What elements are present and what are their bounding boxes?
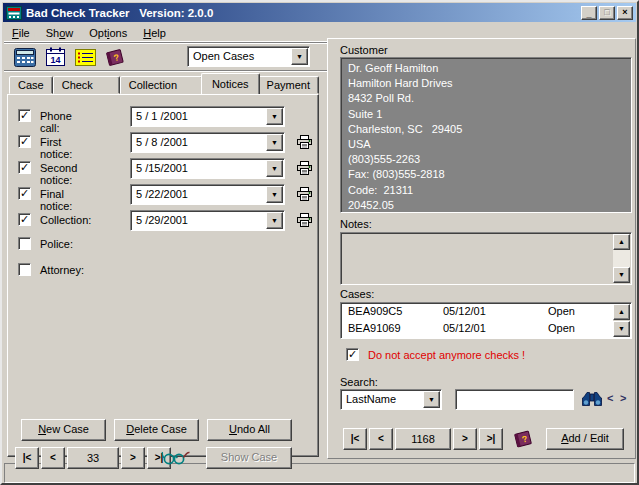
svg-text:14: 14 xyxy=(50,55,60,65)
collection-checkbox[interactable]: ✓ xyxy=(18,213,31,226)
second-notice-date-combobox[interactable]: 5 /15/2001▼ xyxy=(130,158,285,179)
customer-line: USA xyxy=(348,137,624,152)
notes-scrollbar[interactable]: ▲ ▼ xyxy=(613,234,630,283)
case-tab-control: Case Check Info Collection Info Notices … xyxy=(7,73,319,457)
tab-strip: Case Check Info Collection Info Notices … xyxy=(7,73,319,94)
first-customer-button[interactable]: |< xyxy=(343,428,367,450)
search-input[interactable] xyxy=(455,389,574,410)
chevron-down-icon[interactable]: ▼ xyxy=(266,186,283,203)
notes-label: Notes: xyxy=(340,218,372,230)
delete-case-button[interactable]: Delete Case xyxy=(114,419,199,441)
prev-record-button[interactable]: < xyxy=(41,447,65,469)
scroll-up-icon[interactable]: ▲ xyxy=(613,304,630,320)
police-label: Police: xyxy=(40,238,73,250)
printer-icon[interactable] xyxy=(296,186,313,204)
first-notice-checkbox[interactable]: ✓ xyxy=(18,135,31,148)
maximize-button: □ xyxy=(599,6,615,20)
customer-line: Fax: (803)555-2818 xyxy=(348,167,624,182)
notes-box[interactable]: ▲ ▼ xyxy=(340,232,632,285)
scroll-down-icon[interactable]: ▼ xyxy=(613,267,630,283)
chevron-down-icon[interactable]: ▼ xyxy=(266,212,283,229)
notes-icon[interactable] xyxy=(72,45,98,69)
case-status: Open xyxy=(548,305,575,317)
chevron-down-icon[interactable]: ▼ xyxy=(291,48,308,65)
customer-line: Hamilton Hard Drives xyxy=(348,76,624,91)
menu-options[interactable]: Options xyxy=(81,25,135,41)
cases-scrollbar[interactable]: ▲ ▼ xyxy=(613,304,630,337)
close-button[interactable]: × xyxy=(617,6,633,20)
second-notice-checkbox[interactable]: ✓ xyxy=(18,161,31,174)
search-row: LastName ▼ < > xyxy=(328,389,635,411)
case-filter-value: Open Cases xyxy=(193,50,254,62)
title-bar: Bad Check Tracker Version: 2.0.0 _ □ × xyxy=(3,3,636,22)
undo-all-button[interactable]: Undo All xyxy=(207,419,292,441)
menu-file[interactable]: File xyxy=(4,25,38,41)
case-list-item[interactable]: BEA91069 05/12/01 Open xyxy=(343,321,611,337)
scroll-down-icon[interactable]: ▼ xyxy=(613,321,630,337)
customer-line: Charleston, SC 29405 xyxy=(348,122,624,137)
attorney-checkbox[interactable] xyxy=(18,263,31,276)
show-case-button: Show Case xyxy=(206,447,292,469)
next-customer-button[interactable]: > xyxy=(453,428,477,450)
case-list-item[interactable]: BEA909C5 05/12/01 Open xyxy=(343,304,611,320)
customer-label: Customer xyxy=(340,44,388,56)
last-customer-button[interactable]: >| xyxy=(479,428,503,450)
search-prev-arrow[interactable]: < xyxy=(607,392,613,404)
scroll-up-icon[interactable]: ▲ xyxy=(613,234,630,250)
chevron-down-icon[interactable]: ▼ xyxy=(423,391,440,408)
first-notice-label: First notice: xyxy=(40,136,72,160)
printer-icon[interactable] xyxy=(296,134,313,152)
binoculars-icon[interactable] xyxy=(581,391,603,409)
customer-line: 20452.05 xyxy=(348,198,624,213)
chevron-down-icon[interactable]: ▼ xyxy=(266,160,283,177)
phone-call-checkbox[interactable]: ✓ xyxy=(18,109,31,122)
printer-icon[interactable] xyxy=(296,212,313,230)
new-case-button[interactable]: New Case xyxy=(21,419,106,441)
customer-record-number: 1168 xyxy=(395,428,451,450)
address-book-icon[interactable]: ? xyxy=(513,429,533,451)
tab-check-info[interactable]: Check Info xyxy=(53,76,120,94)
chevron-down-icon[interactable]: ▼ xyxy=(266,108,283,125)
no-checks-warning-text: Do not accept anymore checks ! xyxy=(368,349,628,361)
police-checkbox[interactable] xyxy=(18,237,31,250)
case-id: BEA91069 xyxy=(348,322,401,334)
search-field-combobox[interactable]: LastName ▼ xyxy=(340,389,442,410)
menu-help[interactable]: Help xyxy=(135,25,174,41)
final-notice-label: Final notice: xyxy=(40,188,72,212)
search-field-value: LastName xyxy=(346,393,396,405)
calendar-icon[interactable]: 14 xyxy=(42,45,68,69)
customer-info-box: Dr. Geoff Hamilton Hamilton Hard Drives … xyxy=(340,57,632,213)
add-edit-button[interactable]: Add / Edit xyxy=(546,428,624,450)
case-date: 05/12/01 xyxy=(443,322,486,334)
notices-tab-panel: ✓ Phone call: 5 / 1 /2001▼ ✓ First notic… xyxy=(7,94,319,457)
phone-call-date-combobox[interactable]: 5 / 1 /2001▼ xyxy=(130,106,285,127)
glasses-icon[interactable] xyxy=(160,449,192,468)
minimize-button[interactable]: _ xyxy=(581,6,597,20)
no-checks-checkbox[interactable]: ✓ xyxy=(346,348,359,361)
next-record-button[interactable]: > xyxy=(121,447,145,469)
tab-payment[interactable]: Payment xyxy=(258,76,319,94)
tab-collection-info[interactable]: Collection Info xyxy=(120,76,203,94)
customer-panel: Customer Dr. Geoff Hamilton Hamilton Har… xyxy=(327,38,636,459)
tab-case[interactable]: Case xyxy=(9,76,53,94)
cases-listbox[interactable]: BEA909C5 05/12/01 Open BEA91069 05/12/01… xyxy=(340,302,632,339)
first-record-button[interactable]: |< xyxy=(15,447,39,469)
search-next-arrow[interactable]: > xyxy=(620,392,626,404)
first-notice-date-combobox[interactable]: 5 / 8 /2001▼ xyxy=(130,132,285,153)
tab-notices[interactable]: Notices xyxy=(201,73,260,94)
prev-customer-button[interactable]: < xyxy=(369,428,393,450)
customer-line: (803)555-2263 xyxy=(348,152,624,167)
chevron-down-icon[interactable]: ▼ xyxy=(266,134,283,151)
case-filter-combobox[interactable]: Open Cases ▼ xyxy=(187,46,310,67)
collection-date-combobox[interactable]: 5 /29/2001▼ xyxy=(130,210,285,231)
customer-line: Dr. Geoff Hamilton xyxy=(348,61,624,76)
help-book-icon[interactable]: ? xyxy=(102,45,128,69)
record-number: 33 xyxy=(67,447,119,469)
customer-line: 8432 Poll Rd. xyxy=(348,91,624,106)
attorney-label: Attorney: xyxy=(40,264,84,276)
final-notice-checkbox[interactable]: ✓ xyxy=(18,187,31,200)
final-notice-date-combobox[interactable]: 5 /22/2001▼ xyxy=(130,184,285,205)
menu-show[interactable]: Show xyxy=(38,25,82,41)
calculator-icon[interactable] xyxy=(12,45,38,69)
printer-icon[interactable] xyxy=(296,160,313,178)
